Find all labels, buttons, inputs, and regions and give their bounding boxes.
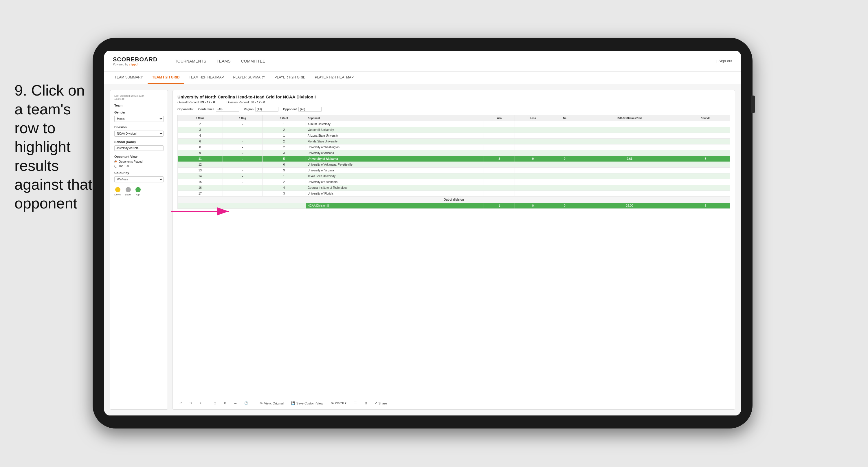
radio-dot-top-100 (114, 165, 117, 168)
toolbar-controls[interactable]: ☰ (352, 400, 359, 406)
sub-nav-team-h2h-grid[interactable]: TEAM H2H GRID (148, 72, 184, 84)
table-row[interactable]: 6 - 2 Florida State University (178, 139, 730, 144)
sign-out-link[interactable]: | Sign out (716, 59, 732, 63)
sidebar-colour-by-label: Colour by (114, 171, 163, 175)
th-opponent: Opponent (306, 115, 484, 121)
cell-division-name: NCAA Division II (306, 203, 484, 209)
legend-level-circle (126, 187, 131, 192)
cell-diff: 2.61 (578, 156, 681, 162)
toolbar-watch[interactable]: 👁 Watch ▾ (329, 400, 349, 406)
cell-opponent: Auburn University (306, 121, 484, 127)
sidebar-division-select[interactable]: NCAA Division I (114, 130, 163, 137)
toolbar-dots[interactable]: ··· (232, 401, 239, 406)
sub-nav-player-summary[interactable]: PLAYER SUMMARY (229, 72, 270, 84)
nav-committee[interactable]: COMMITTEE (241, 58, 266, 64)
cell-diff (578, 191, 681, 197)
cell-ood-loss: 0 (515, 203, 551, 209)
data-table-wrapper: # Rank # Reg # Conf Opponent Win Loss Ti… (173, 115, 735, 397)
cell-conf: 1 (262, 173, 306, 179)
cell-reg: - (223, 162, 262, 168)
sub-nav-player-h2h-grid[interactable]: PLAYER H2H GRID (270, 72, 310, 84)
cell-reg: - (223, 168, 262, 173)
toolbar: ↩ ↪ ↩ ⊞ ⚙ ··· 🕐 👁 View: Original 💾 (173, 397, 735, 409)
toolbar-grid-icon[interactable]: ⊞ (362, 400, 369, 406)
cell-win (484, 173, 515, 179)
table-row[interactable]: 15 - 2 University of Oklahoma (178, 179, 730, 185)
cell-rank: 17 (178, 191, 223, 197)
toolbar-settings[interactable]: ⚙ (222, 400, 229, 406)
filter-region-select[interactable]: (All) (255, 107, 278, 112)
view-icon: 👁 (259, 402, 263, 405)
sidebar-colour-by-select[interactable]: Win/loss (114, 176, 163, 182)
table-row[interactable]: 4 - 1 Arizona State University (178, 133, 730, 139)
table-row[interactable]: 12 - 6 University of Arkansas, Fayettevi… (178, 162, 730, 168)
toolbar-more[interactable]: ⊞ (212, 400, 218, 406)
cell-tie (551, 133, 578, 139)
table-row[interactable]: 14 - 1 Texas Tech University (178, 173, 730, 179)
sidebar-gender-select[interactable]: Men's (114, 116, 163, 122)
cell-reg: - (223, 139, 262, 144)
table-row[interactable]: 8 - 2 University of Washington (178, 144, 730, 150)
cell-diff (578, 179, 681, 185)
nav-items: TOURNAMENTS TEAMS COMMITTEE (175, 58, 705, 64)
toolbar-redo[interactable]: ↪ (188, 400, 194, 406)
toolbar-share[interactable]: ↗ Share (372, 400, 389, 406)
table-row[interactable]: 9 - 3 University of Arizona (178, 150, 730, 156)
cell-conf: 2 (262, 127, 306, 133)
overall-record-label: Overall Record: 89 - 17 - 0 (178, 100, 215, 104)
cell-reg: - (223, 127, 262, 133)
cell-rank: 9 (178, 150, 223, 156)
cell-rounds (681, 133, 730, 139)
th-reg: # Reg (223, 115, 262, 121)
cell-reg: - (223, 185, 262, 191)
cell-rounds (681, 191, 730, 197)
cell-loss (515, 185, 551, 191)
cell-diff (578, 121, 681, 127)
cell-diff (578, 162, 681, 168)
table-row[interactable]: 16 - 4 Georgia Institute of Technology (178, 185, 730, 191)
cell-conf: 2 (262, 144, 306, 150)
toolbar-undo[interactable]: ↩ (178, 400, 184, 406)
radio-opponents-played[interactable]: Opponents Played (114, 160, 163, 163)
main-content: Last Updated: 27/03/2024 16:55:38 Team G… (104, 84, 741, 415)
grid-area: University of North Carolina Head-to-Hea… (173, 90, 735, 410)
cell-reg: - (223, 173, 262, 179)
cell-rounds (681, 173, 730, 179)
cell-conf: 3 (262, 168, 306, 173)
table-row[interactable]: 17 - 3 University of Florida (178, 191, 730, 197)
toolbar-clock[interactable]: 🕐 (242, 400, 250, 406)
cell-reg: - (223, 179, 262, 185)
legend-down-circle (115, 187, 120, 192)
toolbar-view-original[interactable]: 👁 View: Original (257, 401, 286, 406)
legend-down: Down (114, 187, 121, 196)
cell-win (484, 127, 515, 133)
cell-conf: 5 (262, 156, 306, 162)
filter-opponent-select[interactable]: (All) (299, 107, 321, 112)
cell-reg: - (223, 191, 262, 197)
grid-filters: Opponents: Conference (All) Region (All) (178, 107, 730, 112)
table-row[interactable]: 13 - 3 University of Virginia (178, 168, 730, 173)
filter-conference-select[interactable]: (All) (216, 107, 239, 112)
cell-loss (515, 121, 551, 127)
toolbar-back[interactable]: ↩ (198, 400, 204, 406)
radio-top-100[interactable]: Top 100 (114, 165, 163, 168)
nav-teams[interactable]: TEAMS (216, 58, 230, 64)
toolbar-save-custom[interactable]: 💾 Save Custom View (289, 400, 325, 406)
cell-rounds (681, 162, 730, 168)
sidebar-school-value[interactable]: University of Nort... (114, 145, 163, 151)
filter-region-label: Region (244, 108, 253, 111)
table-row[interactable]: 3 - 2 Vanderbilt University (178, 127, 730, 133)
cell-tie (551, 150, 578, 156)
sub-nav-player-h2h-heatmap[interactable]: PLAYER H2H HEATMAP (310, 72, 358, 84)
table-row[interactable]: 2 - 1 Auburn University (178, 121, 730, 127)
cell-conf: 2 (262, 139, 306, 144)
cell-tie (551, 162, 578, 168)
sidebar-team-label: Team (114, 104, 163, 107)
table-row-highlighted[interactable]: 11 - 5 University of Alabama 3 0 0 2.61 … (178, 156, 730, 162)
nav-tournaments[interactable]: TOURNAMENTS (175, 58, 206, 64)
table-row-out-of-division[interactable]: NCAA Division II 1 0 0 26.00 3 (178, 203, 730, 209)
cell-conf: 3 (262, 150, 306, 156)
cell-tie (551, 191, 578, 197)
sub-nav-team-h2h-heatmap[interactable]: TEAM H2H HEATMAP (184, 72, 228, 84)
sub-nav-team-summary[interactable]: TEAM SUMMARY (110, 72, 148, 84)
